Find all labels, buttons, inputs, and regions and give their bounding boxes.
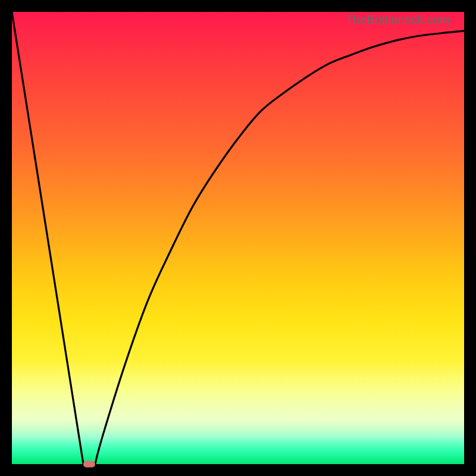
curve-svg — [12, 12, 464, 464]
min-marker — [83, 461, 95, 468]
watermark-text: TheBottleneck.com — [346, 13, 450, 27]
plot-area: TheBottleneck.com — [12, 12, 464, 464]
chart-frame: TheBottleneck.com — [0, 0, 476, 476]
bottleneck-curve — [12, 12, 464, 466]
